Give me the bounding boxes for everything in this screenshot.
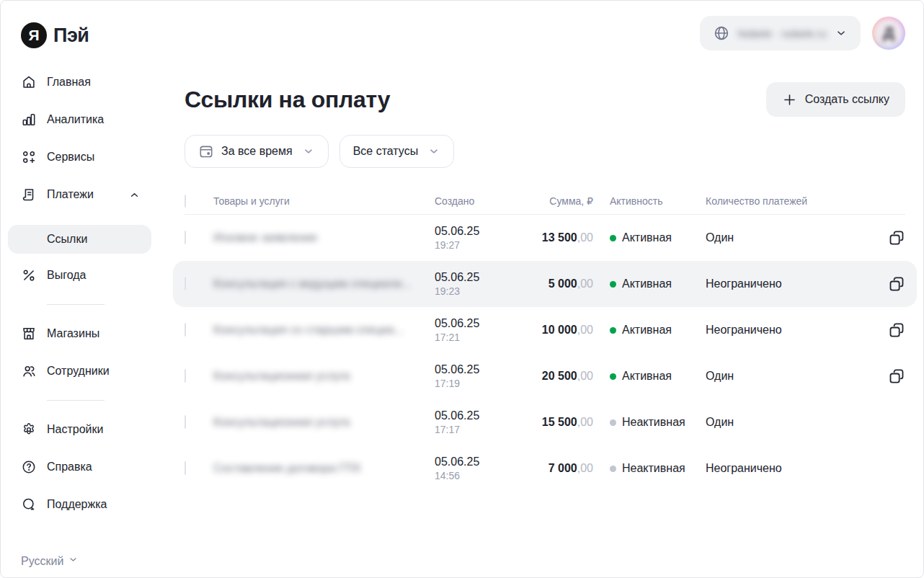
status-label: Активная [622,231,672,244]
home-icon [21,74,37,90]
created-time: 19:27 [435,239,514,251]
sidebar-item-label: Главная [47,76,91,89]
sidebar-item-home[interactable]: Главная [21,63,141,101]
calendar-icon [198,143,214,159]
sidebar-item-support[interactable]: Поддержка [21,486,141,523]
payments-count: Один [706,231,876,244]
amount-value: 20 500 [542,370,577,382]
row-checkbox[interactable] [185,277,186,290]
table-row[interactable]: Консультационная услуга 05.06.2517:17 15… [173,399,917,445]
yandex-logo-icon: Я [21,22,47,48]
logo-text: Пэй [53,25,89,47]
payments-count: Неограничено [706,324,876,337]
sidebar-item-label: Настройки [47,423,103,436]
status-label: Неактивная [622,462,685,475]
amount-value: 15 500 [542,416,577,428]
payments-count: Неограничено [706,462,876,475]
payments-count: Один [706,370,876,383]
sidebar-item-benefit[interactable]: Выгода [21,257,141,294]
table-row[interactable]: Составление договора ГПХ 05.06.2514:56 7… [173,445,917,492]
plus-icon [782,92,797,107]
copy-link-button[interactable] [876,368,905,385]
payments-count: Неограничено [706,277,876,290]
amount-fraction: ,00 [577,324,593,336]
product-name: Исковое заявление [213,231,435,244]
sidebar-item-label: Справка [47,461,92,473]
status-filter-label: Все статусы [353,145,419,158]
row-checkbox[interactable] [185,323,186,337]
sidebar-item-analytics[interactable]: Аналитика [21,101,141,138]
product-name: Составление договора ГПХ [213,462,435,475]
amount-value: 7 000 [548,462,577,474]
site-selector-label: Nobele · nobele.ru [738,27,827,40]
amount-value: 5 000 [548,277,577,290]
sidebar-item-label: Сотрудники [47,365,110,378]
table-row[interactable]: Консультация со старшим специа... 05.06.… [173,307,917,353]
copy-link-button[interactable] [876,229,905,246]
created-time: 14:56 [435,470,514,481]
status-label: Активная [622,277,672,290]
help-icon [21,459,37,475]
copy-link-button[interactable] [876,275,905,293]
amount-fraction: ,00 [577,277,593,290]
table-row[interactable]: Консультация с ведущим специали... 05.06… [173,261,917,307]
column-header-products: Товары и услуги [213,195,435,207]
created-date: 05.06.25 [435,409,514,422]
yandex-pay-logo[interactable]: Я Пэй [21,21,159,50]
sidebar-item-label: Сервисы [47,151,94,164]
created-time: 17:21 [435,332,514,343]
created-date: 05.06.25 [435,455,514,468]
status-dot [610,327,616,334]
avatar[interactable]: Д [872,17,905,50]
sidebar-item-label: Платежи [47,188,94,201]
period-filter[interactable]: За все время [185,135,329,168]
row-checkbox[interactable] [185,415,186,429]
sidebar-item-services[interactable]: Сервисы [21,138,141,176]
services-icon [21,149,37,165]
sidebar-item-employees[interactable]: Сотрудники [21,352,141,390]
product-name: Консультационная услуга [213,416,435,429]
row-checkbox[interactable] [185,461,186,475]
column-header-activity: Активность [593,195,706,207]
payments-icon [21,187,37,203]
sidebar-divider [47,304,105,305]
analytics-icon [21,112,37,128]
sidebar-item-payments[interactable]: Платежи [21,176,141,213]
create-link-button[interactable]: Создать ссылку [766,82,905,117]
sidebar-item-label: Ссылки [47,233,87,246]
select-all-checkbox[interactable] [185,195,186,208]
chevron-down-icon [302,145,315,158]
topbar: Nobele · nobele.ru Д [700,16,905,50]
amount-value: 10 000 [542,324,577,336]
status-filter[interactable]: Все статусы [339,135,455,168]
sidebar-nav: Главная Аналитика Сервисы Платежи [21,63,141,523]
table-row[interactable]: Исковое заявление 05.06.2519:27 13 500,0… [173,215,917,261]
payment-links-table: Товары и услуги Создано Сумма, ₽ Активно… [185,188,905,492]
period-filter-label: За все время [221,145,293,158]
table-row[interactable]: Консультационная услуга 05.06.2517:19 20… [173,353,917,399]
status-label: Неактивная [622,416,685,429]
sidebar-item-label: Магазины [47,327,99,340]
amount-fraction: ,00 [577,370,593,382]
language-selector[interactable]: Русский [21,554,79,568]
column-header-created: Создано [435,195,514,207]
page-title: Ссылки на оплату [185,86,390,113]
created-date: 05.06.25 [435,317,514,330]
product-name: Консультация со старшим специа... [213,324,435,337]
column-header-payments-count: Количество платежей [706,195,876,207]
sidebar-item-settings[interactable]: Настройки [21,411,141,448]
product-name: Консультационная услуга [213,370,435,383]
sidebar-item-links[interactable]: Ссылки [8,225,151,254]
status-dot [610,235,616,241]
payments-count: Один [706,416,876,429]
row-checkbox[interactable] [185,369,186,383]
sidebar-item-stores[interactable]: Магазины [21,315,141,352]
sidebar-item-help[interactable]: Справка [21,448,141,486]
site-selector[interactable]: Nobele · nobele.ru [700,16,861,50]
amount-fraction: ,00 [577,416,593,428]
row-checkbox[interactable] [185,231,186,244]
status-dot [610,466,616,472]
status-label: Активная [622,370,672,383]
amount-value: 13 500 [542,231,577,244]
copy-link-button[interactable] [876,321,905,339]
